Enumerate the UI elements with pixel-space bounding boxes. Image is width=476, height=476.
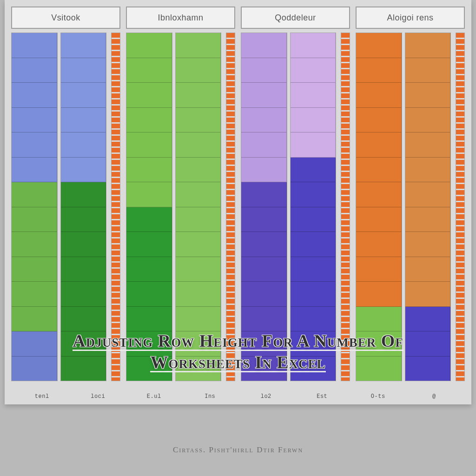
cell	[12, 158, 57, 183]
cell	[405, 182, 451, 207]
panel-header: Qoddeleur	[241, 7, 350, 29]
cell	[405, 83, 451, 108]
axis-tick: O-ts	[350, 393, 406, 400]
cell	[291, 257, 336, 282]
cell	[176, 33, 221, 58]
panel: Ibnloxhamn	[126, 7, 235, 381]
cell	[356, 158, 402, 183]
panel: Qoddeleur	[241, 7, 350, 381]
cell	[405, 257, 451, 282]
axis-labels: tenllociE.ulInslo2EstO-ts@	[5, 393, 471, 400]
cell	[356, 257, 402, 282]
cell	[405, 207, 451, 232]
cell	[291, 108, 336, 133]
cell	[176, 182, 221, 207]
axis-tick: lo2	[238, 393, 294, 400]
cell	[61, 182, 106, 207]
axis-tick: Ins	[182, 393, 238, 400]
cell	[241, 108, 287, 133]
cell	[126, 83, 172, 108]
cell	[356, 83, 402, 108]
cell	[405, 33, 451, 58]
cell	[291, 232, 336, 257]
ruler-icon	[226, 33, 235, 381]
cell	[176, 83, 221, 108]
cell	[61, 282, 106, 307]
cell	[241, 158, 287, 183]
cell	[126, 108, 172, 133]
cell	[61, 158, 106, 183]
cell	[126, 58, 172, 83]
cell	[61, 33, 106, 58]
cell	[12, 207, 57, 232]
cell	[405, 232, 451, 257]
column	[405, 33, 451, 381]
cell	[356, 307, 402, 332]
cell	[356, 132, 402, 158]
cell	[241, 282, 287, 307]
cell	[61, 83, 106, 108]
column	[356, 33, 402, 381]
cell	[356, 33, 402, 58]
axis-tick: Est	[294, 393, 350, 400]
overlay-title: Adjusting Row Height For A Number Of Wor…	[38, 330, 438, 373]
cell	[291, 132, 336, 158]
panel: Vsitook	[11, 7, 120, 381]
panel-header: Ibnloxhamn	[126, 7, 235, 29]
cell	[61, 108, 106, 133]
column	[241, 33, 287, 381]
cell	[241, 182, 287, 207]
cell	[241, 58, 287, 83]
cell	[61, 207, 106, 232]
cell	[241, 83, 287, 108]
column	[175, 33, 222, 381]
cell	[241, 232, 287, 257]
axis-tick: @	[406, 393, 463, 400]
cell	[356, 108, 402, 133]
cell	[126, 257, 172, 282]
cell	[12, 132, 57, 158]
cell	[126, 158, 172, 183]
cell	[176, 307, 221, 332]
cell	[405, 132, 451, 158]
cell	[405, 282, 451, 307]
cell	[126, 282, 172, 307]
panel: Aloigoi rens	[356, 7, 465, 381]
cell	[61, 232, 106, 257]
cell	[126, 132, 172, 158]
cell	[61, 307, 106, 332]
cell	[126, 232, 172, 257]
cell	[176, 257, 221, 282]
axis-tick: loci	[70, 393, 126, 400]
cell	[291, 158, 336, 183]
cell	[61, 58, 106, 83]
cell	[291, 282, 336, 307]
cell	[176, 232, 221, 257]
cell	[12, 108, 57, 133]
cell	[405, 108, 451, 133]
cell	[241, 307, 287, 332]
panel-body	[126, 33, 235, 381]
column	[11, 33, 58, 381]
cell	[291, 33, 336, 58]
column	[60, 33, 107, 381]
cell	[241, 257, 287, 282]
panel-body	[11, 33, 120, 381]
cell	[176, 207, 221, 232]
cell	[241, 132, 287, 158]
cell	[126, 207, 172, 232]
cell	[241, 207, 287, 232]
cell	[241, 33, 287, 58]
cell	[176, 282, 221, 307]
caption: Cirtass. Pisht'hirll Dtir Ferwn	[80, 445, 396, 457]
cell	[291, 58, 336, 83]
cell	[356, 207, 402, 232]
cell	[176, 132, 221, 158]
cell	[176, 58, 221, 83]
ruler-icon	[456, 33, 465, 381]
panel-header: Aloigoi rens	[356, 7, 465, 29]
cell	[176, 158, 221, 183]
cell	[176, 108, 221, 133]
panel-header: Vsitook	[11, 7, 120, 29]
cell	[405, 307, 451, 332]
